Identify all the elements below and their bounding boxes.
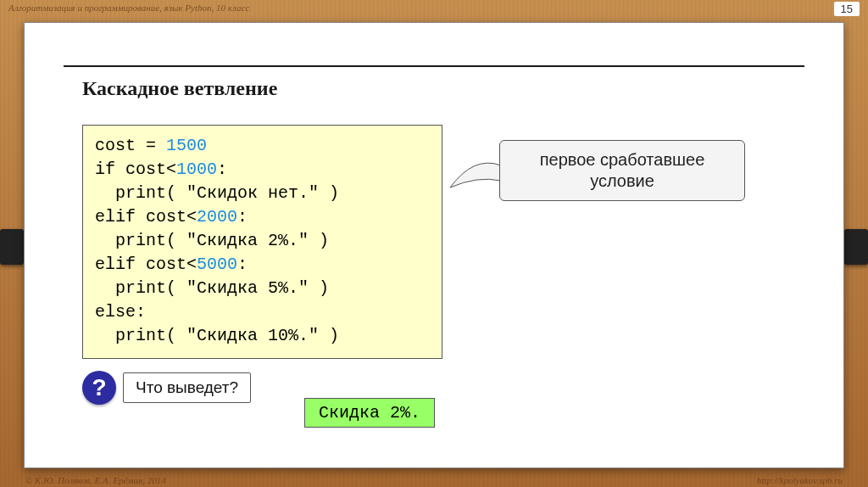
slide-title: Каскадное ветвление — [82, 77, 277, 100]
footer-url: http://kpolyakov.spb.ru — [757, 475, 843, 485]
code-line: print( "Скидок нет." ) — [95, 182, 430, 205]
title-divider — [64, 65, 804, 67]
page-number: 15 — [834, 2, 860, 16]
code-line: else: — [95, 300, 430, 324]
breadcrumb: Алгоритмизация и программирование, язык … — [8, 3, 249, 13]
question-mark-icon: ? — [82, 371, 116, 405]
code-line: elif cost<5000: — [95, 253, 430, 277]
footer-bar: © К.Ю. Поляков, Е.А. Ерёмин, 2014 http:/… — [0, 475, 868, 485]
binder-clip-right — [844, 229, 868, 265]
callout-note: первое сработавшее условие — [499, 140, 745, 201]
binder-clip-left — [0, 229, 24, 265]
footer-copyright: © К.Ю. Поляков, Е.А. Ерёмин, 2014 — [25, 475, 166, 485]
code-line: cost = 1500 — [95, 134, 430, 158]
code-line: elif cost<2000: — [95, 205, 430, 229]
slide-content: Каскадное ветвление cost = 1500 if cost<… — [40, 31, 828, 459]
code-line: print( "Скидка 10%." ) — [95, 324, 430, 348]
header-bar: Алгоритмизация и программирование, язык … — [0, 0, 868, 15]
code-block: cost = 1500 if cost<1000: print( "Скидок… — [82, 125, 442, 359]
code-line: print( "Скидка 2%." ) — [95, 229, 430, 253]
question-label: Что выведет? — [123, 372, 251, 403]
code-line: print( "Скидка 5%." ) — [95, 277, 430, 300]
question-row: ? Что выведет? — [82, 371, 251, 405]
answer-output: Скидка 2%. — [304, 398, 435, 428]
code-line: if cost<1000: — [95, 158, 430, 182]
slide-frame: Каскадное ветвление cost = 1500 if cost<… — [24, 22, 844, 468]
